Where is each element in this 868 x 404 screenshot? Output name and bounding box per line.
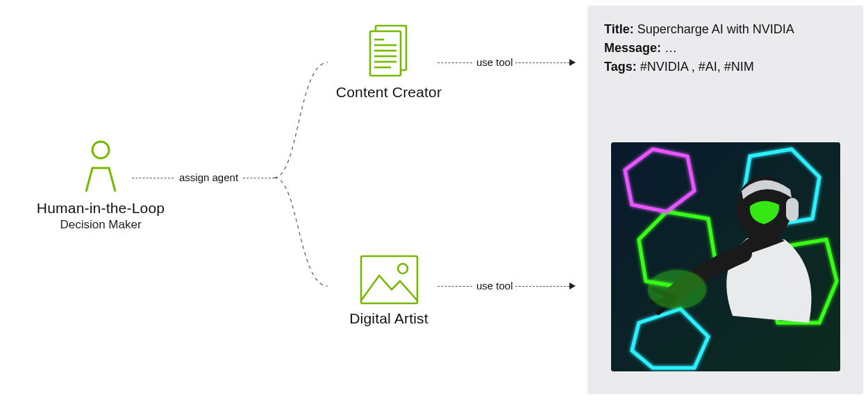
node-human-in-the-loop: Human-in-the-Loop Decision Maker — [24, 140, 177, 232]
edge-label-tool-top: use tool — [472, 56, 517, 68]
arrow-tool-top — [569, 59, 576, 66]
result-panel: Title: Supercharge AI with NVIDIA Messag… — [587, 6, 863, 394]
edge-tool-top-left — [437, 62, 472, 63]
svg-point-20 — [648, 270, 706, 309]
edge-label-tool-bottom: use tool — [472, 280, 517, 292]
svg-rect-9 — [361, 256, 417, 303]
picture-icon — [360, 255, 419, 305]
svg-rect-18 — [786, 198, 799, 221]
person-icon — [81, 140, 121, 194]
edge-tool-top-right — [515, 62, 569, 63]
result-tags-value: #NVIDIA , #AI, #NIM — [640, 60, 754, 74]
arrow-tool-bottom — [569, 283, 576, 289]
node-human-subtitle: Decision Maker — [60, 218, 141, 232]
svg-point-10 — [398, 264, 408, 273]
result-tags-label: Tags: — [604, 60, 637, 74]
edge-tool-bottom-right — [515, 286, 569, 287]
result-title-value: Supercharge AI with NVIDIA — [637, 22, 794, 36]
result-message-value: … — [665, 41, 677, 55]
result-message-line: Message: … — [604, 41, 846, 56]
node-digital-artist: Digital Artist — [323, 255, 455, 327]
result-image — [611, 142, 840, 371]
edge-assign-right — [243, 178, 274, 178]
node-digital-artist-title: Digital Artist — [349, 310, 428, 327]
result-tags-line: Tags: #NVIDIA , #AI, #NIM — [604, 60, 846, 74]
result-message-label: Message: — [604, 41, 661, 55]
svg-rect-2 — [370, 31, 401, 76]
result-title-line: Title: Supercharge AI with NVIDIA — [604, 22, 846, 37]
svg-point-0 — [92, 142, 109, 158]
edge-assign-left — [132, 178, 174, 178]
node-content-creator-title: Content Creator — [336, 84, 442, 101]
result-title-label: Title: — [604, 22, 634, 36]
edge-label-assign: assign agent — [175, 171, 242, 183]
document-icon — [366, 24, 412, 78]
node-human-title: Human-in-the-Loop — [37, 200, 165, 217]
edge-tool-bottom-left — [437, 286, 472, 287]
